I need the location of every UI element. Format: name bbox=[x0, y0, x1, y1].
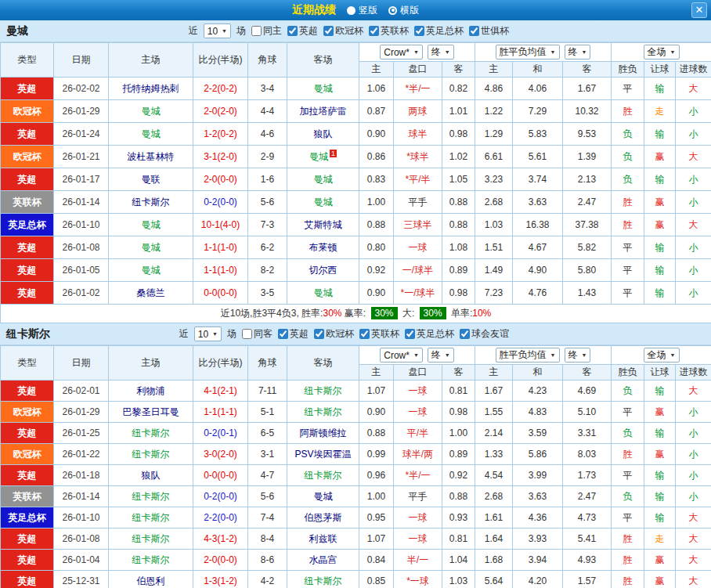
goals-result-cell: 大 bbox=[676, 214, 711, 236]
home-team-link[interactable]: 曼城 bbox=[109, 214, 193, 236]
column-header: 客场 bbox=[287, 346, 359, 381]
league-cell: 欧冠杯 bbox=[1, 100, 54, 123]
league-filter-1[interactable]: 欧冠杯 bbox=[314, 327, 354, 341]
result-cell: 胜 bbox=[612, 571, 644, 588]
away-team-link[interactable]: 曼城1 bbox=[287, 146, 359, 168]
away-team-link[interactable]: 曼城 bbox=[287, 282, 359, 305]
odds-home-cell: 0.96 bbox=[359, 465, 394, 486]
match-row: 英超26-01-02桑德兰0-0(0-0)3-5曼城0.90*一/球半0.987… bbox=[1, 282, 711, 305]
league-filter-4[interactable]: 世俱杯 bbox=[469, 24, 509, 38]
avg-type-select[interactable]: 胜平负均值▼ bbox=[496, 348, 560, 363]
away-team-link[interactable]: 布莱顿 bbox=[287, 236, 359, 259]
corner-cell: 4-2 bbox=[248, 571, 287, 588]
league-filter-0-box[interactable] bbox=[278, 329, 288, 339]
league-filter-1[interactable]: 欧冠杯 bbox=[323, 24, 363, 38]
home-team-link[interactable]: 曼城 bbox=[109, 259, 193, 282]
home-team-link[interactable]: 纽卡斯尔 bbox=[109, 191, 193, 214]
same-venue-checkbox-box[interactable] bbox=[242, 329, 252, 339]
league-filter-1-box[interactable] bbox=[314, 329, 324, 339]
column-header: 比分(半场) bbox=[193, 346, 248, 381]
odds-time-select[interactable]: 终▼ bbox=[428, 348, 454, 363]
scope-select-cell: 全场▼ bbox=[612, 43, 711, 62]
radio-vertical-label: 竖版 bbox=[359, 4, 377, 17]
home-team-link[interactable]: 纽卡斯尔 bbox=[109, 528, 193, 550]
away-team-link[interactable]: 狼队 bbox=[287, 123, 359, 146]
odds-home-cell: 1.00 bbox=[359, 191, 394, 214]
league-filter-1-box[interactable] bbox=[323, 26, 334, 36]
home-team-link[interactable]: 伯恩利 bbox=[109, 571, 193, 588]
league-filter-3-box[interactable] bbox=[414, 26, 424, 36]
home-team-link[interactable]: 纽卡斯尔 bbox=[109, 423, 193, 444]
away-team-link[interactable]: 切尔西 bbox=[287, 259, 359, 282]
home-team-link[interactable]: 波杜基林特 bbox=[109, 146, 193, 168]
home-team-link[interactable]: 纽卡斯尔 bbox=[109, 486, 193, 507]
same-venue-checkbox-box[interactable] bbox=[251, 26, 262, 36]
league-filter-4-box[interactable] bbox=[460, 329, 470, 339]
avg-time-select[interactable]: 终▼ bbox=[565, 45, 591, 60]
column-header: 比分(半场) bbox=[193, 43, 248, 78]
league-filter-0-box[interactable] bbox=[287, 26, 298, 36]
away-team-link[interactable]: 伯恩茅斯 bbox=[287, 507, 359, 528]
scope-select[interactable]: 全场▼ bbox=[644, 45, 680, 60]
home-team-link[interactable]: 纽卡斯尔 bbox=[109, 444, 193, 465]
match-row: 英足总杯26-01-10纽卡斯尔2-2(0-0)7-4伯恩茅斯0.95一球0.9… bbox=[1, 507, 711, 528]
same-venue-checkbox[interactable]: 同客 bbox=[242, 327, 272, 341]
away-team-link[interactable]: 利兹联 bbox=[287, 528, 359, 550]
home-team-link[interactable]: 托特纳姆热刺 bbox=[109, 78, 193, 100]
home-team-link[interactable]: 桑德兰 bbox=[109, 282, 193, 305]
away-team-link[interactable]: 曼城 bbox=[287, 168, 359, 191]
league-filter-2-box[interactable] bbox=[369, 26, 379, 36]
league-filter-2-box[interactable] bbox=[359, 329, 370, 339]
radio-button-checked-icon[interactable] bbox=[388, 6, 397, 15]
column-header: 日期 bbox=[54, 43, 109, 78]
away-team-link[interactable]: 纽卡斯尔 bbox=[287, 571, 359, 588]
league-filter-2[interactable]: 英联杯 bbox=[359, 327, 399, 341]
away-team-link[interactable]: 水晶宫 bbox=[287, 550, 359, 571]
away-team-link[interactable]: PSV埃因霍温 bbox=[287, 444, 359, 465]
avg-type-select[interactable]: 胜平负均值▼ bbox=[496, 45, 560, 60]
match-count-select[interactable]: 10▼ bbox=[204, 23, 231, 38]
league-filter-3[interactable]: 英足总杯 bbox=[414, 24, 464, 38]
league-cell: 欧冠杯 bbox=[1, 444, 54, 465]
league-filter-3[interactable]: 英足总杯 bbox=[405, 327, 454, 341]
away-team-link[interactable]: 纽卡斯尔 bbox=[287, 465, 359, 486]
match-count-select[interactable]: 10▼ bbox=[194, 326, 222, 341]
home-team-link[interactable]: 曼城 bbox=[109, 100, 193, 123]
league-filter-4-box[interactable] bbox=[469, 26, 479, 36]
avg-time-select[interactable]: 终▼ bbox=[565, 348, 591, 363]
handicap-result-cell: 走 bbox=[644, 528, 676, 550]
away-team-link[interactable]: 曼城 bbox=[287, 486, 359, 507]
home-team-link[interactable]: 纽卡斯尔 bbox=[109, 507, 193, 528]
home-team-link[interactable]: 曼联 bbox=[109, 168, 193, 191]
away-team-link[interactable]: 加拉塔萨雷 bbox=[287, 100, 359, 123]
home-team-link[interactable]: 狼队 bbox=[109, 465, 193, 486]
away-team-link[interactable]: 艾斯特城 bbox=[287, 214, 359, 236]
home-team-link[interactable]: 曼城 bbox=[109, 236, 193, 259]
away-team-link[interactable]: 阿斯顿维拉 bbox=[287, 423, 359, 444]
home-team-link[interactable]: 曼城 bbox=[109, 123, 193, 146]
odds-source-select[interactable]: Crow*▼ bbox=[380, 348, 423, 363]
radio-horizontal-option[interactable]: 横版 bbox=[388, 4, 419, 17]
scope-select[interactable]: 全场▼ bbox=[644, 348, 680, 363]
odds-source-select[interactable]: Crow*▼ bbox=[380, 45, 423, 60]
league-filter-0[interactable]: 英超 bbox=[278, 327, 309, 341]
close-button[interactable]: ✕ bbox=[691, 2, 707, 18]
same-venue-checkbox[interactable]: 同主 bbox=[251, 24, 282, 38]
away-team-link[interactable]: 纽卡斯尔 bbox=[287, 381, 359, 402]
away-team-link[interactable]: 曼城 bbox=[287, 78, 359, 100]
radio-vertical-option[interactable]: 竖版 bbox=[347, 4, 377, 17]
result-cell: 平 bbox=[612, 507, 644, 528]
odds-time-select[interactable]: 终▼ bbox=[428, 45, 454, 60]
avg-draw-cell: 3.63 bbox=[513, 486, 563, 507]
away-team-link[interactable]: 纽卡斯尔 bbox=[287, 402, 359, 423]
chevron-down-icon: ▼ bbox=[670, 352, 676, 358]
home-team-link[interactable]: 利物浦 bbox=[109, 381, 193, 402]
radio-button-icon[interactable] bbox=[347, 6, 356, 15]
league-filter-4[interactable]: 球会友谊 bbox=[460, 327, 509, 341]
home-team-link[interactable]: 巴黎圣日耳曼 bbox=[109, 402, 193, 423]
home-team-link[interactable]: 纽卡斯尔 bbox=[109, 550, 193, 571]
league-filter-3-box[interactable] bbox=[405, 329, 415, 339]
league-filter-2[interactable]: 英联杯 bbox=[369, 24, 409, 38]
league-filter-0[interactable]: 英超 bbox=[287, 24, 318, 38]
away-team-link[interactable]: 曼城 bbox=[287, 191, 359, 214]
